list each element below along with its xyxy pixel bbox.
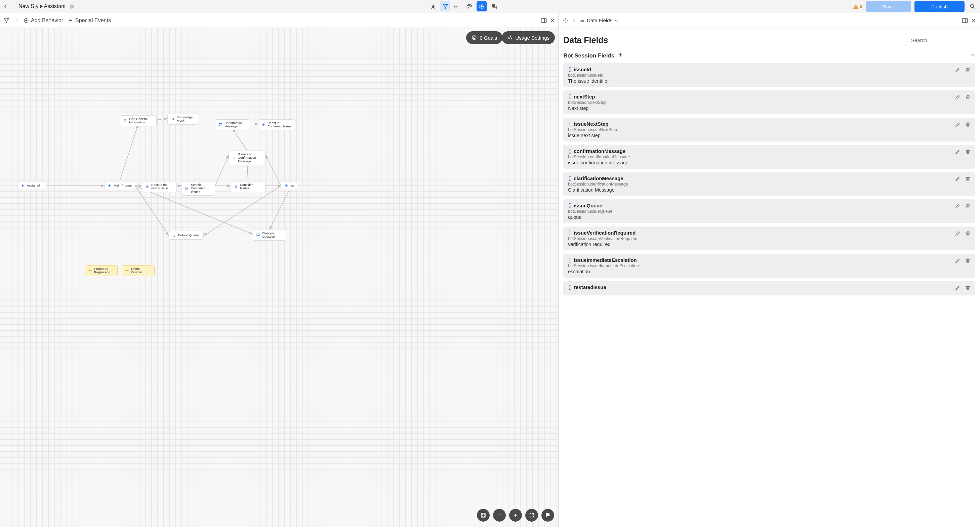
node-label: React to Confirmed Issue bbox=[267, 121, 292, 128]
svg-point-49 bbox=[126, 270, 128, 271]
node-label: Confirmation Message bbox=[224, 121, 247, 128]
field-description: verification required bbox=[568, 242, 951, 247]
chat-button[interactable] bbox=[541, 509, 554, 522]
right-panel-dropdown[interactable]: Data Fields bbox=[580, 18, 618, 23]
add-behavior-link[interactable]: Add Behavior bbox=[24, 18, 63, 24]
flow-root-icon[interactable] bbox=[3, 18, 10, 24]
bolt-icon bbox=[21, 183, 25, 188]
delete-field-button[interactable] bbox=[965, 94, 970, 102]
delete-field-button[interactable] bbox=[965, 203, 970, 210]
edit-field-button[interactable] bbox=[955, 231, 961, 237]
fullscreen-button[interactable] bbox=[525, 509, 538, 522]
flow-node-consider[interactable]: Consider Issues bbox=[231, 181, 266, 192]
flow-node-gen-confirm[interactable]: Generate Confirmation Message bbox=[229, 151, 266, 165]
flow-node-main-prompt[interactable]: Main Prompt bbox=[104, 181, 135, 190]
brain-icon bbox=[107, 183, 111, 188]
settings-gear-icon[interactable] bbox=[477, 2, 487, 11]
edit-field-button[interactable] bbox=[955, 94, 961, 102]
delete-field-button[interactable] bbox=[965, 122, 970, 129]
field-card[interactable]: issueVerificationRequired botSession.iss… bbox=[563, 226, 975, 250]
warning-indicator[interactable]: 2 bbox=[853, 4, 863, 10]
gear-icon[interactable] bbox=[563, 18, 568, 23]
delete-field-button[interactable] bbox=[965, 258, 970, 265]
edit-field-button[interactable] bbox=[955, 258, 961, 265]
data-fields-search-input[interactable] bbox=[911, 37, 975, 43]
edit-field-button[interactable] bbox=[955, 149, 961, 156]
field-name: clarificationMessage bbox=[574, 175, 624, 181]
back-arrow-icon[interactable] bbox=[3, 3, 9, 10]
delete-field-button[interactable] bbox=[965, 67, 970, 74]
zoom-in-button[interactable]: + bbox=[509, 509, 522, 522]
field-card[interactable]: issueNextStep botSession.issueNextStep i… bbox=[563, 118, 975, 142]
node-label: Restate the user's issue bbox=[151, 183, 174, 190]
node-label: Generate Confirmation Message bbox=[238, 153, 262, 163]
flow-node-confirmation-msg[interactable]: Confirmation Message bbox=[215, 119, 250, 131]
publish-button[interactable]: Publish bbox=[915, 1, 964, 12]
close-panel-icon[interactable] bbox=[550, 18, 555, 23]
edit-field-button[interactable] bbox=[955, 67, 961, 74]
warning-count: 2 bbox=[860, 4, 863, 9]
usage-settings-pill[interactable]: Usage Settings bbox=[502, 31, 555, 44]
flow-icon[interactable] bbox=[440, 2, 450, 11]
flow-node-restate[interactable]: Restate the user's issue bbox=[142, 181, 177, 192]
field-path: botSession.clarificationMessage bbox=[568, 182, 951, 186]
node-label: Assigned bbox=[27, 184, 40, 187]
canvas-grid bbox=[0, 28, 558, 527]
tools-icon[interactable] bbox=[465, 2, 474, 11]
flow-node-assigned[interactable]: Assigned bbox=[18, 181, 46, 190]
flow-node-default-queue[interactable]: Default Queue bbox=[169, 231, 204, 240]
collapse-section-icon[interactable] bbox=[970, 53, 975, 59]
global-search-icon[interactable] bbox=[968, 2, 977, 11]
edit-field-button[interactable] bbox=[955, 176, 961, 183]
info-icon[interactable] bbox=[69, 4, 74, 9]
add-field-button[interactable] bbox=[618, 52, 623, 59]
function-icon[interactable]: f(x) bbox=[452, 2, 463, 11]
node-label: Prompt AI Regression bbox=[94, 267, 115, 274]
special-events-link[interactable]: Special Events bbox=[68, 18, 111, 24]
data-fields-search[interactable] bbox=[905, 34, 975, 46]
text-cursor-icon bbox=[568, 258, 572, 263]
delete-field-button[interactable] bbox=[965, 231, 970, 237]
brain-icon bbox=[145, 185, 149, 189]
field-card[interactable]: issueImmediateEscalation botSession.issu… bbox=[563, 254, 975, 278]
edit-field-button[interactable] bbox=[955, 203, 961, 210]
queue-icon bbox=[172, 233, 176, 237]
delete-field-button[interactable] bbox=[965, 149, 970, 156]
flow-node-clarifying[interactable]: Clarifying Question bbox=[253, 229, 286, 240]
edit-field-button[interactable] bbox=[955, 122, 961, 129]
flow-node-prompt-ai[interactable]: Prompt AI Regression bbox=[85, 265, 118, 276]
panel-layout-icon[interactable] bbox=[541, 18, 547, 23]
top-header: New Style Assistant f(x) 2 Save Publi bbox=[0, 0, 980, 13]
right-panel: Data Fields Data Fields bbox=[558, 13, 980, 527]
delete-field-button[interactable] bbox=[965, 285, 970, 292]
flow-node-react-confirmed[interactable]: React to Confirmed Issue bbox=[258, 119, 295, 131]
flow-node-knowledge-mock[interactable]: Knowledge Mock bbox=[167, 114, 199, 125]
field-card[interactable]: clarificationMessage botSession.clarific… bbox=[563, 172, 975, 196]
data-fields-body: Data Fields Bot Session Fields issu bbox=[558, 28, 980, 527]
bug-icon[interactable] bbox=[428, 2, 438, 11]
svg-point-43 bbox=[147, 186, 148, 187]
save-button[interactable]: Save bbox=[866, 1, 911, 12]
flow-node-search-issues[interactable]: Search Customer Issues bbox=[181, 181, 215, 196]
node-label: Clarifying Question bbox=[262, 232, 283, 239]
fit-view-button[interactable] bbox=[477, 509, 490, 522]
field-card[interactable]: issueQueue botSession.issueQueue queue bbox=[563, 199, 975, 223]
field-name: issueVerificationRequired bbox=[574, 230, 636, 236]
field-card[interactable]: issueId botSession.issueId The issue ide… bbox=[563, 63, 975, 87]
comments-icon[interactable] bbox=[488, 2, 499, 11]
goals-pill[interactable]: 0 Goals bbox=[466, 31, 503, 44]
field-card[interactable]: confirmationMessage botSession.confirmat… bbox=[563, 145, 975, 169]
field-card[interactable]: restatedIssue bbox=[563, 281, 975, 295]
svg-point-47 bbox=[286, 185, 287, 186]
flow-node-find-info[interactable]: Find General Information bbox=[119, 115, 157, 126]
flow-canvas[interactable]: 0 Goals Usage Settings AssignedMain Prom… bbox=[0, 28, 558, 527]
flow-node-iss[interactable]: Iss bbox=[281, 181, 297, 190]
edit-field-button[interactable] bbox=[955, 285, 961, 292]
delete-field-button[interactable] bbox=[965, 176, 970, 183]
field-card[interactable]: nextStep botSession.nextStep Next step bbox=[563, 91, 975, 114]
zoom-out-button[interactable]: − bbox=[493, 509, 506, 522]
flow-node-llama[interactable]: Llama Custom bbox=[122, 265, 154, 276]
close-panel-icon[interactable] bbox=[971, 18, 976, 23]
spark-icon bbox=[88, 269, 92, 273]
panel-layout-icon[interactable] bbox=[962, 18, 968, 23]
